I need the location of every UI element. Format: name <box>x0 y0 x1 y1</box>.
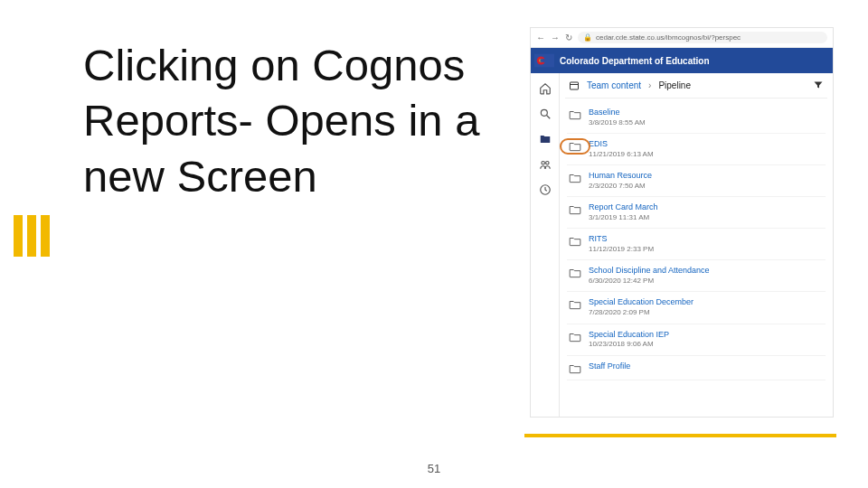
accent-bars <box>14 215 50 257</box>
folder-outline-icon <box>569 363 581 374</box>
filter-icon[interactable] <box>813 80 824 92</box>
search-icon[interactable] <box>539 108 552 120</box>
lock-icon: 🔒 <box>583 33 592 42</box>
team-content-icon <box>569 80 580 91</box>
folder-name: Report Card March <box>589 202 658 213</box>
app-banner: Colorado Department of Education <box>531 48 833 73</box>
back-icon[interactable]: ← <box>536 33 545 42</box>
folder-date: 3/8/2019 8:55 AM <box>589 118 646 127</box>
svg-rect-9 <box>571 82 579 89</box>
folder-outline-icon <box>569 141 581 152</box>
list-item[interactable]: Baseline3/8/2019 8:55 AM <box>567 102 826 134</box>
svg-line-5 <box>546 116 550 119</box>
folder-icon[interactable] <box>539 133 552 145</box>
folder-outline-icon <box>569 173 581 183</box>
banner-title: Colorado Department of Education <box>560 56 710 66</box>
svg-point-4 <box>541 109 547 116</box>
svg-rect-3 <box>540 59 545 62</box>
folder-name: EDIS <box>589 139 654 150</box>
list-item[interactable]: EDIS11/21/2019 6:13 AM <box>567 134 826 165</box>
folder-date: 10/23/2018 9:06 AM <box>589 340 669 349</box>
folder-name: Special Education IEP <box>589 330 669 341</box>
breadcrumb-current: Pipeline <box>658 80 691 90</box>
svg-point-6 <box>541 162 544 165</box>
page-number: 51 <box>428 462 440 475</box>
breadcrumb-root[interactable]: Team content <box>587 80 641 90</box>
reload-icon[interactable]: ↻ <box>565 33 572 42</box>
folder-name: Baseline <box>589 108 646 118</box>
home-icon[interactable] <box>539 82 552 95</box>
folder-outline-icon <box>569 204 581 215</box>
list-item[interactable]: Report Card March3/1/2019 11:31 AM <box>567 197 826 229</box>
folder-name: Human Resource <box>589 171 652 182</box>
folder-outline-icon <box>569 267 581 278</box>
folder-date: 2/3/2020 7:50 AM <box>589 182 652 191</box>
folder-outline-icon <box>569 236 581 247</box>
team-icon[interactable] <box>539 158 552 171</box>
address-bar[interactable]: 🔒 cedar.cde.state.co.us/ibmcognos/bi/?pe… <box>578 32 827 43</box>
folder-date: 7/28/2020 2:09 PM <box>589 308 693 317</box>
recent-icon[interactable] <box>539 183 552 196</box>
folder-date: 3/1/2019 11:31 AM <box>589 213 658 222</box>
folder-name: School Discipline and Attendance <box>589 266 710 277</box>
gold-underline <box>524 434 836 437</box>
folder-name: RITS <box>589 234 654 245</box>
url-text: cedar.cde.state.co.us/ibmcognos/bi/?pers… <box>596 33 741 42</box>
chevron-right-icon: › <box>648 80 651 90</box>
list-item[interactable]: School Discipline and Attendance6/30/202… <box>567 260 826 292</box>
folder-name: Special Education December <box>589 297 693 308</box>
list-item[interactable]: Special Education December7/28/2020 2:09… <box>567 292 826 324</box>
folder-name: Staff Profile <box>589 361 630 372</box>
slide-title: Clicking on Cognos Reports- Opens in a n… <box>83 38 499 204</box>
forward-icon[interactable]: → <box>551 33 560 42</box>
left-nav-rail <box>531 73 560 417</box>
content-area: Team content › Pipeline Baseline3/8/2019… <box>531 73 833 417</box>
folder-date: 6/30/2020 12:42 PM <box>589 277 710 286</box>
main-column: Team content › Pipeline Baseline3/8/2019… <box>560 73 833 417</box>
list-item[interactable]: Special Education IEP10/23/2018 9:06 AM <box>567 324 826 356</box>
folder-date: 11/12/2019 2:33 PM <box>589 245 654 254</box>
folder-outline-icon <box>569 109 581 120</box>
breadcrumb: Team content › Pipeline <box>565 73 827 99</box>
list-item[interactable]: Staff Profile <box>567 356 826 380</box>
folder-list: Baseline3/8/2019 8:55 AMEDIS11/21/2019 6… <box>565 99 827 384</box>
slide: Clicking on Cognos Reports- Opens in a n… <box>0 0 868 488</box>
folder-date: 11/21/2019 6:13 AM <box>589 150 654 159</box>
folder-outline-icon <box>569 299 581 310</box>
colorado-logo-icon <box>534 52 554 69</box>
browser-screenshot: ← → ↻ 🔒 cedar.cde.state.co.us/ibmcognos/… <box>530 27 834 418</box>
list-item[interactable]: RITS11/12/2019 2:33 PM <box>567 229 826 260</box>
list-item[interactable]: Human Resource2/3/2020 7:50 AM <box>567 165 826 197</box>
folder-outline-icon <box>569 332 581 343</box>
browser-toolbar: ← → ↻ 🔒 cedar.cde.state.co.us/ibmcognos/… <box>531 28 833 48</box>
svg-point-7 <box>545 162 549 165</box>
